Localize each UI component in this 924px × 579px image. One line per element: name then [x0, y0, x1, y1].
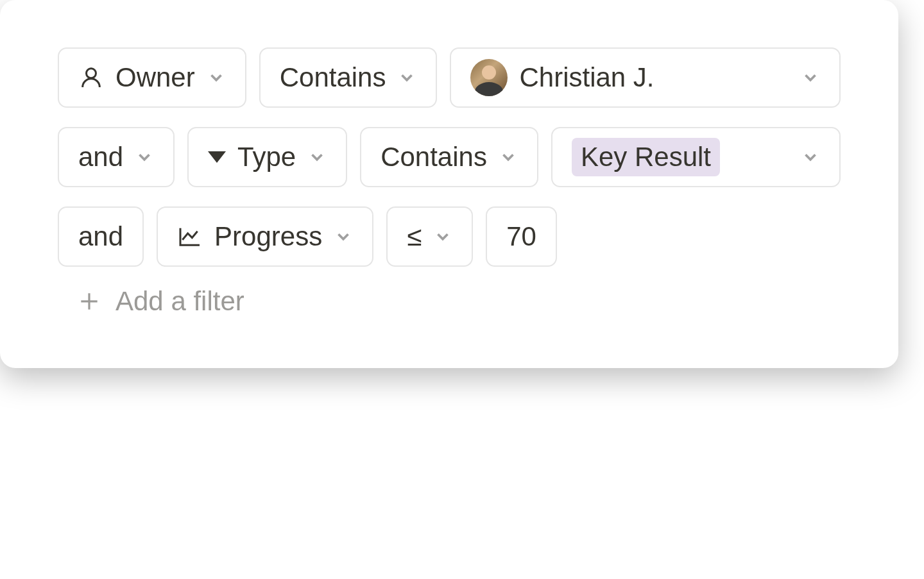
value-selector-type[interactable]: Key Result [551, 127, 841, 187]
chart-icon [177, 224, 203, 249]
value-label: Key Result [581, 142, 711, 172]
chevron-down-icon [801, 147, 820, 167]
operator-selector-contains[interactable]: Contains [259, 47, 438, 108]
property-label: Type [237, 142, 296, 172]
operator-label: Contains [280, 62, 386, 93]
value-label: 70 [506, 221, 536, 252]
chevron-down-icon [433, 227, 452, 246]
filter-row-2: and Type Contains [58, 127, 841, 187]
person-icon [78, 65, 104, 90]
chevron-down-icon [307, 147, 327, 167]
chevron-down-icon [801, 68, 820, 87]
chevron-down-icon [334, 227, 353, 246]
value-inner: Christian J. [470, 59, 654, 96]
property-label: Owner [116, 62, 195, 93]
conjunction-selector[interactable]: and [58, 127, 175, 187]
operator-label: ≤ [407, 221, 422, 252]
value-input-progress[interactable]: 70 [486, 206, 557, 267]
chevron-down-icon [207, 68, 226, 87]
filter-row-1: Owner Contains Christian J. [58, 47, 841, 108]
conjunction-label: and [78, 142, 123, 172]
operator-label: Contains [381, 142, 487, 172]
conjunction-static[interactable]: and [58, 206, 144, 267]
property-selector-type[interactable]: Type [187, 127, 347, 187]
chevron-down-icon [135, 147, 154, 167]
add-filter-button[interactable]: Add a filter [58, 286, 841, 317]
plus-icon [77, 289, 101, 314]
add-filter-label: Add a filter [116, 286, 244, 317]
operator-selector-contains[interactable]: Contains [360, 127, 538, 187]
triangle-down-icon [208, 151, 226, 163]
property-selector-progress[interactable]: Progress [157, 206, 373, 267]
svg-point-0 [87, 69, 96, 78]
operator-selector-lte[interactable]: ≤ [386, 206, 473, 267]
conjunction-label: and [78, 221, 123, 252]
property-label: Progress [214, 221, 322, 252]
value-selector-owner[interactable]: Christian J. [450, 47, 841, 108]
filter-panel: Owner Contains Christian J. [0, 0, 898, 368]
property-selector-owner[interactable]: Owner [58, 47, 246, 108]
filter-row-3: and Progress ≤ [58, 206, 841, 267]
chevron-down-icon [397, 68, 416, 87]
value-label: Christian J. [519, 62, 654, 93]
tag-badge: Key Result [572, 138, 720, 176]
avatar [470, 59, 508, 96]
chevron-down-icon [499, 147, 518, 167]
